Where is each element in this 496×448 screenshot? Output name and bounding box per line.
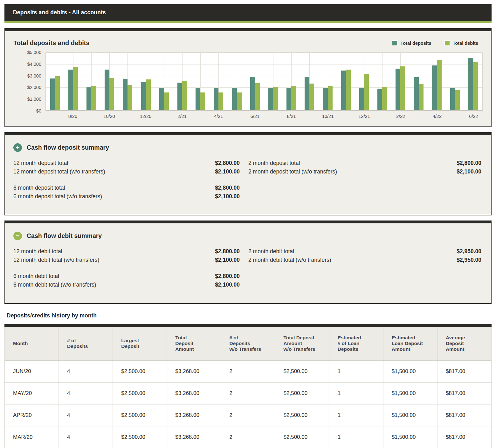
bar-group bbox=[100, 53, 119, 110]
deposit-bar bbox=[159, 88, 164, 110]
deposit-bar bbox=[68, 70, 73, 111]
deposit-summary-title: Cash flow deposit summary bbox=[27, 144, 109, 151]
plus-icon[interactable]: + bbox=[13, 143, 22, 152]
summary-row: 6 month debit total$2,800.00 bbox=[13, 272, 240, 281]
table-cell: $1,500.00 bbox=[383, 382, 437, 404]
x-tick-label bbox=[118, 114, 136, 123]
deposit-summary-panel: + Cash flow deposit summary 12 month dep… bbox=[4, 132, 492, 215]
bar-group bbox=[228, 53, 246, 110]
y-tick-label: $2,000 bbox=[5, 85, 45, 90]
summary-row: 6 month deposit total (w/o transfers)$2,… bbox=[13, 192, 240, 201]
summary-row-value: $2,100.00 bbox=[215, 256, 240, 264]
bar-groups bbox=[46, 53, 482, 110]
deposit-bar bbox=[105, 70, 109, 111]
bar-group bbox=[337, 53, 355, 110]
summary-row-label: 2 month debit total (w/o transfers) bbox=[248, 256, 331, 264]
x-tick-label bbox=[337, 114, 355, 123]
debit-summary-panel: − Cash flow debit summary 12 month debit… bbox=[4, 221, 492, 304]
minus-icon[interactable]: − bbox=[13, 232, 22, 240]
x-tick-label bbox=[191, 114, 209, 123]
y-tick-label: $3,000 bbox=[5, 73, 45, 78]
table-header-cell: Average Deposit Amount bbox=[437, 327, 491, 360]
bar-group bbox=[119, 53, 137, 110]
x-tick-label: 6/22 bbox=[465, 114, 483, 123]
deposit-bar bbox=[196, 88, 200, 110]
x-tick-label: 2/21 bbox=[173, 114, 191, 123]
summary-row-label: 6 month debit total (w/o transfers) bbox=[13, 281, 96, 289]
debit-summary-title: Cash flow debit summary bbox=[27, 232, 102, 240]
legend-item[interactable]: Total debits bbox=[445, 41, 478, 46]
summary-row: 6 month deposit total$2,800.00 bbox=[13, 184, 240, 192]
bar-group bbox=[191, 53, 210, 110]
bar-group bbox=[428, 53, 446, 110]
table-header-cell: Estimated Loan Deposit Amount bbox=[383, 327, 437, 360]
table-cell: 2 bbox=[221, 382, 275, 404]
bar-group bbox=[46, 53, 64, 110]
x-tick-label: 12/21 bbox=[355, 114, 373, 123]
table-cell: $2,500.00 bbox=[275, 426, 329, 448]
table-cell: 4 bbox=[59, 426, 113, 448]
summary-row-value: $2,100.00 bbox=[215, 281, 240, 289]
debit-bar bbox=[73, 67, 78, 110]
debit-bar bbox=[473, 62, 478, 110]
x-axis-labels: 8/2010/2012/202/214/216/218/2110/2112/21… bbox=[45, 114, 483, 123]
debit-bar bbox=[273, 87, 278, 110]
summary-row: 2 month deposit total (w/o transfers)$2,… bbox=[248, 167, 481, 176]
debit-bar bbox=[328, 86, 333, 110]
table-cell: $817.00 bbox=[437, 360, 491, 382]
x-tick-label: 6/21 bbox=[246, 114, 264, 123]
deposit-bar bbox=[359, 88, 364, 110]
chart-title: Total deposits and debits bbox=[13, 39, 90, 47]
table-header-row: Month# of DepositsLargest DepositTotal D… bbox=[5, 327, 492, 360]
summary-row-value: $2,800.00 bbox=[457, 159, 481, 167]
window-titlebar: Deposits and debits - All accounts bbox=[4, 4, 492, 21]
bar-group bbox=[155, 53, 173, 110]
legend-item[interactable]: Total deposits bbox=[392, 41, 431, 46]
debit-bar bbox=[346, 70, 351, 110]
table-header-cell: Total Deposit Amount w/o Transfers bbox=[275, 327, 329, 360]
table-cell: 2 bbox=[221, 360, 275, 382]
debit-bar bbox=[109, 78, 114, 110]
table-header-cell: # of Deposits bbox=[59, 327, 113, 360]
summary-row-label: 12 month debit total (w/o transfers) bbox=[13, 256, 99, 264]
summary-row: 2 month debit total$2,950.00 bbox=[248, 247, 481, 256]
bar-group bbox=[173, 53, 191, 110]
summary-row-value: $2,950.00 bbox=[457, 247, 481, 256]
debit-bar bbox=[309, 84, 314, 110]
debit-bar bbox=[419, 84, 424, 110]
table-cell: $817.00 bbox=[437, 426, 491, 448]
table-cell: 1 bbox=[329, 360, 383, 382]
summary-row: 12 month deposit total$2,800.00 bbox=[13, 159, 240, 167]
summary-row-label: 2 month debit total bbox=[248, 247, 294, 256]
debit-bar bbox=[218, 92, 223, 110]
deposit-bar bbox=[323, 88, 328, 110]
summary-row: 2 month debit total (w/o transfers)$2,95… bbox=[248, 256, 481, 264]
table-cell: 4 bbox=[59, 404, 113, 426]
debit-bar bbox=[55, 76, 60, 110]
debit-bar bbox=[455, 90, 460, 110]
summary-row-label: 6 month deposit total (w/o transfers) bbox=[13, 192, 102, 201]
table-cell: 1 bbox=[329, 382, 383, 404]
bar-group bbox=[464, 53, 482, 110]
table-cell: $2,500.00 bbox=[113, 404, 167, 426]
debit-bar bbox=[146, 79, 151, 110]
table-cell: MAY/20 bbox=[5, 382, 59, 404]
bar-group bbox=[373, 53, 391, 110]
debit-bar bbox=[400, 66, 405, 110]
x-tick-label: 8/20 bbox=[64, 114, 82, 123]
x-tick-label: 12/20 bbox=[136, 114, 155, 123]
deposit-bar bbox=[468, 58, 473, 110]
bar-group bbox=[446, 53, 464, 110]
summary-row-label: 2 month deposit total bbox=[248, 159, 300, 167]
table-cell: $3,268.00 bbox=[167, 426, 221, 448]
summary-row-value: $2,100.00 bbox=[215, 192, 240, 201]
table-cell: $3,268.00 bbox=[167, 404, 221, 426]
accent-divider bbox=[4, 21, 492, 23]
bar-group bbox=[391, 53, 410, 110]
legend-swatch-icon bbox=[392, 41, 397, 45]
chart-legend: Total depositsTotal debits bbox=[392, 41, 478, 46]
table-cell: 1 bbox=[329, 404, 383, 426]
table-cell: $3,268.00 bbox=[167, 382, 221, 404]
summary-row-label: 6 month deposit total bbox=[13, 184, 65, 192]
debit-bar bbox=[382, 87, 387, 110]
